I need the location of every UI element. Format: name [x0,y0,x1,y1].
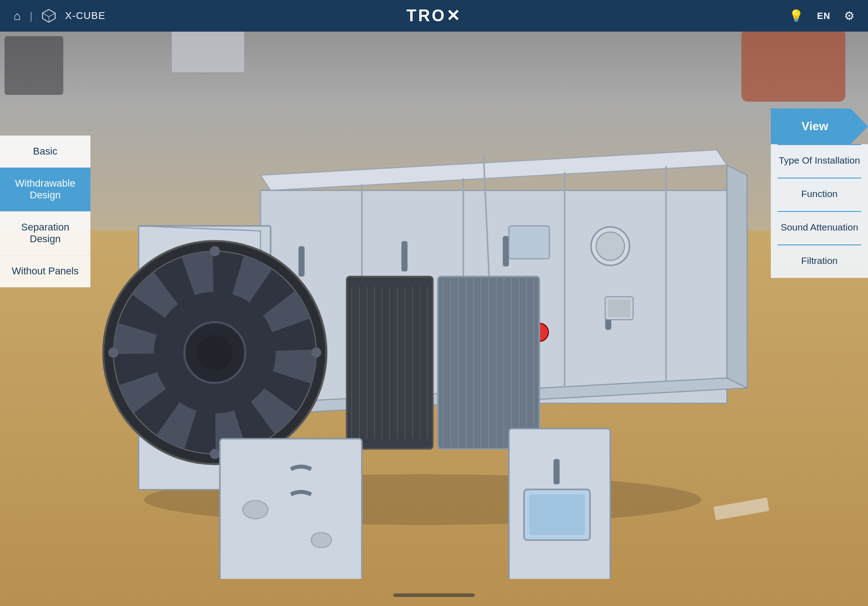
left-panel-item-withdrawable[interactable]: Withdrawable Design [0,168,90,211]
left-panel-item-basic[interactable]: Basic [0,136,90,168]
svg-point-37 [210,449,220,459]
svg-rect-12 [401,241,407,272]
chair-left [5,36,63,95]
settings-icon[interactable]: ⚙ [844,9,854,23]
view-tab[interactable]: View [771,108,868,144]
right-panel-item-function[interactable]: Function [771,179,868,209]
header-left: ⌂ | X-CUBE [14,9,105,23]
scroll-bar [393,593,475,597]
right-panel-section-filtration: Filtration [771,244,868,278]
svg-rect-22 [608,299,630,317]
svg-rect-14 [503,236,509,266]
header-center: TRO✕ [406,6,462,25]
right-panel-section-sound: Sound Attenuation [771,211,868,244]
header-divider: | [30,9,33,22]
svg-rect-72 [553,459,559,484]
svg-marker-1 [260,150,727,191]
scroll-indicator [393,593,475,597]
right-panel: View Type Of Installation Function Sound… [771,108,868,278]
svg-rect-23 [509,226,550,259]
right-panel-item-type-installation[interactable]: Type Of Installation [771,145,868,176]
svg-point-36 [210,246,220,256]
right-panel-item-filtration[interactable]: Filtration [771,245,868,276]
left-panel-item-separation[interactable]: Separation Design [0,211,90,255]
language-selector[interactable]: EN [817,11,830,21]
header: ⌂ | X-CUBE TRO✕ 💡 EN ⚙ [0,0,868,32]
right-panel-item-sound[interactable]: Sound Attenuation [771,212,868,243]
light-icon[interactable]: 💡 [789,9,803,23]
svg-rect-71 [529,494,585,535]
left-panel: Basic Withdrawable Design Separation Des… [0,136,90,287]
svg-rect-10 [298,246,304,277]
svg-point-68 [311,532,331,548]
brand-logo: TRO✕ [406,6,462,25]
left-panel-item-without-panels[interactable]: Without Panels [0,255,90,287]
home-button[interactable]: ⌂ [14,9,21,23]
svg-point-39 [311,348,321,357]
svg-point-38 [108,348,118,357]
cube-icon [42,9,56,23]
header-right: 💡 EN ⚙ [789,9,854,23]
svg-point-35 [197,335,233,371]
svg-line-74 [42,13,49,17]
svg-point-67 [243,501,268,519]
right-panel-section-type: Type Of Installation [771,144,868,178]
svg-rect-66 [220,439,362,579]
hvac-machine [68,45,778,579]
svg-marker-3 [727,165,747,388]
svg-point-20 [596,232,625,260]
right-panel-section-function: Function [771,178,868,211]
svg-line-75 [49,13,55,17]
app-name-label: X-CUBE [65,10,105,22]
